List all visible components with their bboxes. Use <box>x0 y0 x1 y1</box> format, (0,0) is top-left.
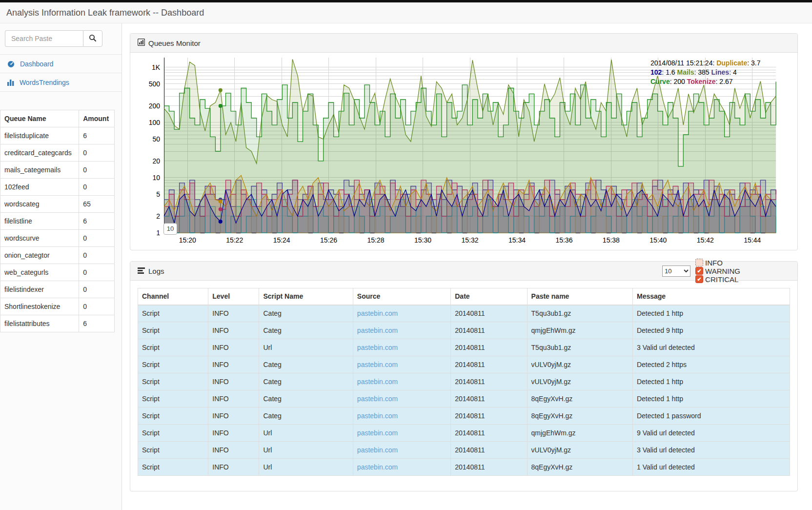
log-cell-source: pastebin.com <box>353 373 450 390</box>
chart-legend-line: 2014/08/11 15:21:24: Duplicate: 3.7 <box>650 59 767 68</box>
log-cell-source: pastebin.com <box>353 356 450 373</box>
log-cell-script-name: Url <box>259 339 353 356</box>
legend-text: : 2.67 <box>716 78 733 85</box>
chart-legend-line: Curve: 200 Tokenize: 2.67 <box>650 77 767 86</box>
logs-title: Logs <box>148 267 164 275</box>
log-cell-channel: Script <box>138 408 208 425</box>
source-link[interactable]: pastebin.com <box>357 412 398 420</box>
search-group <box>5 30 102 47</box>
legend-text: : 200 <box>670 78 687 85</box>
log-cell-date: 20140811 <box>451 322 527 339</box>
legend-text: : 1.6 <box>662 68 677 76</box>
log-cell-script-name: Categ <box>259 305 353 322</box>
log-cell-level: INFO <box>208 390 259 408</box>
log-row: ScriptINFOCategpastebin.com20140811qmjgE… <box>138 322 790 339</box>
source-link[interactable]: pastebin.com <box>357 378 398 386</box>
queue-table-row: filelistline6 <box>0 213 115 230</box>
svg-text:15:26: 15:26 <box>320 236 337 244</box>
filter-critical[interactable]: ✔CRITICAL <box>695 275 740 284</box>
queue-name-cell: onion_categtor <box>0 247 79 264</box>
log-cell-message: Detected 1 http <box>632 305 790 322</box>
log-cell-date: 20140811 <box>451 425 527 442</box>
queue-amount-cell: 6 <box>79 315 115 332</box>
logs-column-header: Message <box>632 288 790 305</box>
search-input[interactable] <box>5 30 83 47</box>
log-cell-channel: Script <box>138 459 208 476</box>
log-cell-source: pastebin.com <box>353 322 450 339</box>
legend-series-name: Duplicate <box>716 59 747 67</box>
queue-amount-cell: 6 <box>79 213 115 230</box>
page-size-select[interactable]: 10 <box>662 265 690 277</box>
queue-amount-cell: 0 <box>79 144 115 162</box>
logs-column-header: Paste name <box>527 288 632 305</box>
svg-text:15:36: 15:36 <box>555 236 572 244</box>
svg-text:200: 200 <box>149 102 161 110</box>
log-cell-level: INFO <box>208 305 259 322</box>
checked-checkbox-icon[interactable]: ✔ <box>695 267 703 275</box>
log-cell-paste-name: 8qEgyXvH.gz <box>527 408 632 425</box>
queue-name-cell: filelistindexer <box>0 281 79 298</box>
log-cell-paste-name: T5qu3ub1.gz <box>527 305 632 322</box>
log-cell-channel: Script <box>138 442 208 459</box>
svg-text:1K: 1K <box>152 63 161 71</box>
queue-name-cell: web_categurls <box>0 264 79 281</box>
source-link[interactable]: pastebin.com <box>357 395 398 403</box>
source-link[interactable]: pastebin.com <box>357 344 398 351</box>
logs-header: Logs 10 INFO✔WARNING✔CRITICAL <box>130 262 797 281</box>
log-cell-channel: Script <box>138 305 208 322</box>
search-button[interactable] <box>83 30 102 47</box>
svg-text:15:42: 15:42 <box>697 236 714 244</box>
log-cell-paste-name: T5qu3ub1.gz <box>527 339 632 356</box>
log-cell-level: INFO <box>208 442 259 459</box>
main-content: Queues Monitor 15:2015:2215:2415:2615:28… <box>130 23 798 491</box>
log-cell-channel: Script <box>138 356 208 373</box>
legend-text: : 385 <box>694 68 711 76</box>
checked-checkbox-icon[interactable]: ✔ <box>695 275 703 283</box>
log-cell-date: 20140811 <box>451 408 527 425</box>
svg-text:15:40: 15:40 <box>650 236 667 244</box>
source-link[interactable]: pastebin.com <box>357 463 398 471</box>
filter-info[interactable]: INFO <box>695 259 740 267</box>
log-cell-source: pastebin.com <box>353 339 450 356</box>
svg-text:15:20: 15:20 <box>179 236 196 244</box>
queues-monitor-panel: Queues Monitor 15:2015:2215:2415:2615:28… <box>130 33 798 250</box>
log-row: ScriptINFOUrlpastebin.com20140811qmjgEhW… <box>138 425 790 442</box>
queue-amount-cell: 0 <box>79 264 115 281</box>
queue-name-cell: creditcard_categcards <box>0 144 79 162</box>
queues-monitor-header: Queues Monitor <box>130 34 797 53</box>
log-cell-date: 20140811 <box>451 390 527 408</box>
log-cell-channel: Script <box>138 322 208 339</box>
logs-column-header: Source <box>353 288 450 305</box>
sidebar-item-dashboard[interactable]: Dashboard <box>0 55 122 73</box>
log-cell-paste-name: vULV0yjM.gz <box>527 373 632 390</box>
filter-label: INFO <box>705 259 723 267</box>
svg-text:100: 100 <box>149 119 161 126</box>
source-link[interactable]: pastebin.com <box>357 361 398 368</box>
log-cell-level: INFO <box>208 322 259 339</box>
chart-range-selector-value[interactable]: 10 <box>163 223 177 235</box>
sidebar-item-wordstrendings[interactable]: WordsTrendings <box>0 73 122 92</box>
log-cell-message: Detected 1 http <box>632 390 790 408</box>
log-cell-paste-name: vULV0yjM.gz <box>527 442 632 459</box>
source-link[interactable]: pastebin.com <box>357 309 398 317</box>
unchecked-checkbox-icon[interactable] <box>695 259 703 266</box>
queue-amount-cell: 0 <box>79 281 115 298</box>
source-link[interactable]: pastebin.com <box>357 446 398 454</box>
filter-label: WARNING <box>705 267 740 275</box>
sidebar-item-label: Dashboard <box>20 60 54 68</box>
source-link[interactable]: pastebin.com <box>357 326 398 334</box>
log-cell-script-name: Categ <box>259 390 353 408</box>
queue-name-cell: wordscurve <box>0 230 79 247</box>
logs-table: ChannelLevelScript NameSourceDatePaste n… <box>138 288 790 476</box>
queue-amount-cell: 0 <box>79 179 115 196</box>
svg-text:15:34: 15:34 <box>508 236 526 244</box>
queue-table-row: mails_categemails0 <box>0 162 115 179</box>
queue-amount-cell: 6 <box>79 127 115 144</box>
filter-warning[interactable]: ✔WARNING <box>695 267 740 275</box>
queue-table-row: filelistindexer0 <box>0 281 115 298</box>
source-link[interactable]: pastebin.com <box>357 429 398 437</box>
dashboard-icon <box>7 60 20 68</box>
log-cell-script-name: Categ <box>259 322 353 339</box>
legend-series-name: 102 <box>650 68 662 76</box>
log-cell-source: pastebin.com <box>353 390 450 408</box>
